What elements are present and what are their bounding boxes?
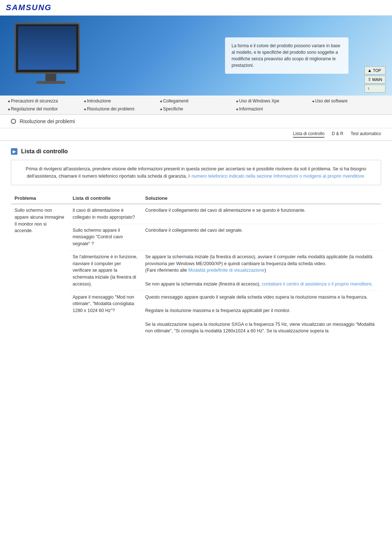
monitor-stand xyxy=(45,74,56,81)
solution-cell-3: Questo messaggio appare quando il segnal… xyxy=(142,291,381,337)
check-cell-3: Appare il messaggio "Mod non ottimale", … xyxy=(69,291,142,337)
top-label: TOP xyxy=(373,68,381,73)
top-button[interactable]: ▲ TOP xyxy=(364,66,386,74)
monitor-illustration xyxy=(15,23,87,88)
nav-item-introduzione[interactable]: Introduzione xyxy=(82,98,158,104)
monitor-body xyxy=(15,23,80,74)
solution-cell-1: Controllare il collegamento del cavo del… xyxy=(142,224,381,250)
nav-item-software[interactable]: Uso del software xyxy=(310,98,386,104)
tab-lista-controllo[interactable]: Lista di controllo xyxy=(293,131,324,138)
info-box: Prima di rivolgersi all'assistenza, pren… xyxy=(11,160,381,185)
main-label: MAIN xyxy=(372,77,383,82)
solution-cell-2: Se appare la schermata iniziale (la fine… xyxy=(142,250,381,291)
table-row: Sullo schermo non appare alcuna immagine… xyxy=(11,204,381,224)
check-cell-0: Il cavo di alimentazione è collegato in … xyxy=(69,204,142,224)
problem-table: Problema Lista di controllo Soluzione Su… xyxy=(11,193,381,337)
banner-text: La forma e il colore del prodotto posson… xyxy=(232,43,340,68)
nav-item-precauzioni[interactable]: Precauzioni di sicurezza xyxy=(6,98,82,104)
link-assistenza[interactable]: contattare il centro di assistenza o il … xyxy=(262,281,371,287)
tab-bar: Lista di controllo D & R Test automatico xyxy=(0,128,392,141)
nav-item-specifiche[interactable]: Specifiche xyxy=(158,106,234,112)
monitor-base xyxy=(36,81,65,84)
section-icon-arrow: ▶ xyxy=(13,149,16,154)
breadcrumb: Risoluzione dei problemi xyxy=(0,115,392,128)
check-cell-1: Sullo schermo appare il messaggio "Contr… xyxy=(69,224,142,250)
tab-test-automatico[interactable]: Test automatico xyxy=(351,131,381,138)
banner-side-buttons: ▲ TOP ⇧ MAIN ↑ xyxy=(364,66,386,93)
col-header-problem: Problema xyxy=(11,193,69,204)
top-icon: ▲ xyxy=(368,68,372,73)
nav-bar: Precauzioni di sicurezza Introduzione Co… xyxy=(0,96,392,115)
main-icon: ⇧ xyxy=(368,77,371,82)
nav-item-collegamenti[interactable]: Collegamenti xyxy=(158,98,234,104)
section-title: ▶ Lista di controllo xyxy=(11,148,381,155)
nav-item-windows-xpe[interactable]: Uso di Windows Xpe xyxy=(234,98,310,104)
info-link[interactable]: il numero telefonico indicato nella sezi… xyxy=(188,174,366,179)
samsung-logo: SAMSUNG xyxy=(6,3,386,12)
back-button[interactable]: ↑ xyxy=(364,85,386,93)
breadcrumb-text: Risoluzione dei problemi xyxy=(20,118,75,124)
banner: La forma e il colore del prodotto posson… xyxy=(0,16,392,96)
nav-item-informazioni[interactable]: Informazioni xyxy=(234,106,310,112)
header: SAMSUNG xyxy=(0,0,392,16)
col-header-check: Lista di controllo xyxy=(69,193,142,204)
section-icon: ▶ xyxy=(11,148,17,155)
banner-text-box: La forma e il colore del prodotto posson… xyxy=(225,37,348,74)
tab-dr[interactable]: D & R xyxy=(332,131,343,138)
monitor-screen xyxy=(18,26,76,70)
section-title-text: Lista di controllo xyxy=(21,148,68,155)
link-modalita[interactable]: Modalità predefinite di visualizzazione xyxy=(188,268,265,273)
check-cell-2: Se l'alimentazione è in funzione, riavvi… xyxy=(69,250,142,291)
main-content: ▶ Lista di controllo Prima di rivolgersi… xyxy=(0,141,392,345)
nav-item-regolazione[interactable]: Regolazione del monitor xyxy=(6,106,82,112)
solution-cell-0: Controllare il collegamento del cavo di … xyxy=(142,204,381,224)
breadcrumb-icon xyxy=(11,119,16,124)
back-icon: ↑ xyxy=(368,86,370,91)
nav-item-risoluzione[interactable]: Risoluzione dei problemi xyxy=(82,106,158,112)
main-button[interactable]: ⇧ MAIN xyxy=(364,76,386,84)
problem-cell-0: Sullo schermo non appare alcuna immagine… xyxy=(11,204,69,338)
col-header-solution: Soluzione xyxy=(142,193,381,204)
